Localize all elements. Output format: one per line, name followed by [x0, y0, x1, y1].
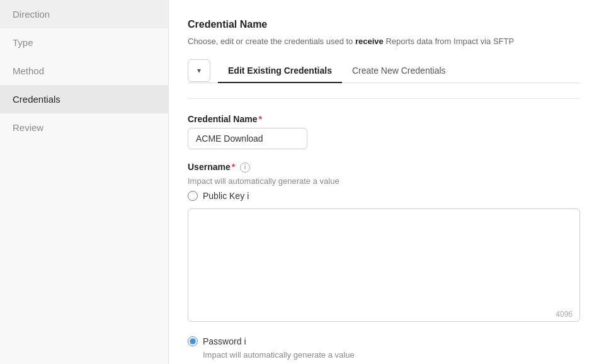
char-count: 4096	[556, 310, 573, 319]
desc-text-before: Choose, edit or create the credentials u…	[188, 37, 355, 46]
public-key-radio-label[interactable]: Public Key i	[203, 191, 249, 201]
section-description: Choose, edit or create the credentials u…	[188, 35, 580, 48]
sidebar-item-direction[interactable]: Direction	[0, 0, 168, 28]
password-radio-option[interactable]: Password i	[188, 336, 580, 346]
password-radio-label[interactable]: Password i	[203, 336, 246, 346]
desc-text-after: Reports data from Impact via SFTP	[384, 37, 514, 46]
sidebar-item-label: Credentials	[13, 94, 60, 105]
chevron-down-icon: ▾	[197, 66, 201, 75]
password-radio[interactable]	[188, 336, 198, 346]
section-divider	[188, 98, 580, 99]
sidebar-item-label: Review	[13, 122, 43, 133]
credential-name-header: Credential Name Choose, edit or create t…	[188, 19, 580, 48]
password-label-text: Password	[203, 336, 241, 346]
sidebar-item-method[interactable]: Method	[0, 57, 168, 85]
dropdown-button[interactable]: ▾	[188, 59, 210, 82]
username-label-text: Username	[188, 162, 231, 172]
credential-name-required: *	[258, 114, 261, 124]
public-key-info-icon[interactable]: i	[247, 191, 249, 201]
credential-tab-group: ▾ Edit Existing Credentials Create New C…	[188, 59, 580, 83]
password-auto-generate-hint: Impact will automatically generate a val…	[203, 350, 580, 360]
credential-name-input[interactable]	[188, 128, 307, 149]
public-key-textarea[interactable]	[188, 208, 580, 322]
section-title: Credential Name	[188, 19, 580, 30]
credential-name-label: Credential Name*	[188, 114, 580, 124]
password-group: Password i Impact will automatically gen…	[188, 336, 580, 360]
tab-create-credentials[interactable]: Create New Credentials	[342, 59, 456, 83]
username-info-icon[interactable]: i	[240, 162, 250, 173]
sidebar-item-label: Method	[13, 65, 44, 76]
username-auto-generate-hint: Impact will automatically generate a val…	[188, 176, 580, 186]
public-key-radio-option[interactable]: Public Key i	[188, 191, 580, 201]
public-key-label-text: Public Key	[203, 191, 244, 201]
username-required: *	[232, 162, 235, 172]
main-content: Credential Name Choose, edit or create t…	[169, 0, 599, 364]
sidebar: Direction Type Method Credentials Review	[0, 0, 169, 364]
credential-name-group: Credential Name*	[188, 114, 580, 149]
sidebar-item-type[interactable]: Type	[0, 28, 168, 57]
credential-name-label-text: Credential Name	[188, 114, 257, 124]
sidebar-item-label: Direction	[13, 9, 50, 20]
tab-edit-credentials[interactable]: Edit Existing Credentials	[218, 59, 342, 83]
username-label: Username* i	[188, 162, 580, 173]
public-key-radio[interactable]	[188, 191, 198, 201]
public-key-textarea-wrapper: 4096	[188, 203, 580, 324]
sidebar-item-credentials[interactable]: Credentials	[0, 85, 168, 113]
password-info-icon[interactable]: i	[244, 336, 246, 346]
desc-keyword: receive	[355, 37, 384, 46]
username-group: Username* i Impact will automatically ge…	[188, 162, 580, 324]
sidebar-item-review[interactable]: Review	[0, 113, 168, 142]
sidebar-item-label: Type	[13, 37, 33, 48]
